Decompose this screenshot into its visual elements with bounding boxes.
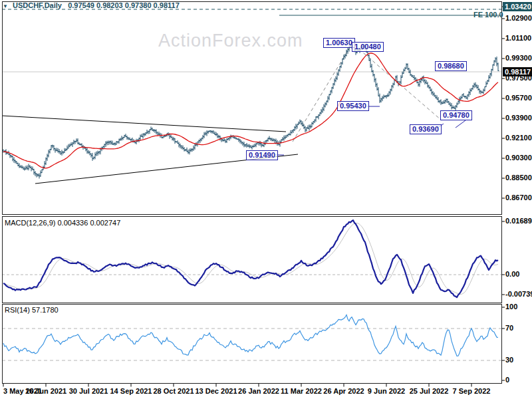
macd-indicator-label: MACD(12,26,9) 0.004336 0.002747 xyxy=(5,219,120,227)
chevron-down-icon[interactable]: ▼ xyxy=(3,3,8,9)
x-axis-label: 28 Oct 2021 xyxy=(153,387,194,395)
fe-projection-label: FE 100.0 xyxy=(473,11,503,19)
price-tag-fe-level: 1.03420 xyxy=(503,2,532,11)
y-axis-label: 1.02900 xyxy=(505,14,532,22)
rsi-indicator-label: RSI(14) 57.1780 xyxy=(5,306,59,314)
x-axis-label: 30 Jul 2021 xyxy=(69,387,108,395)
x-axis-label: 26 Jan 2022 xyxy=(238,387,279,395)
y-axis-label: 1.01100 xyxy=(505,34,531,42)
x-axis-label: 11 Mar 2022 xyxy=(281,387,322,395)
swing-low-label: 0.94780 xyxy=(440,110,472,120)
y-axis-label: 0.95700 xyxy=(505,94,532,102)
macd-axis-label: 0.00 xyxy=(505,270,519,278)
swing-low-label: 0.93690 xyxy=(410,124,442,134)
title-bar: ▼ USDCHF,Daily 0.97549 0.98203 0.97380 0… xyxy=(3,1,180,9)
rsi-axis-label: 30 xyxy=(505,356,513,364)
macd-axis-label: -0.007393 xyxy=(505,290,532,298)
x-axis-label: 13 Dec 2021 xyxy=(196,387,237,395)
y-axis-label: 0.86700 xyxy=(505,194,532,201)
x-axis-label: 26 Apr 2022 xyxy=(323,387,364,395)
chart-window: ActionForex.com ▼ USDCHF,Daily 0.97549 0… xyxy=(0,0,532,399)
y-axis-label: 0.90300 xyxy=(505,154,532,162)
swing-high-label: 1.00480 xyxy=(352,42,384,52)
x-axis-label: 7 Sep 2022 xyxy=(453,387,491,395)
swing-high-label: 1.00630 xyxy=(323,38,355,48)
swing-low-label: 0.91490 xyxy=(246,150,278,160)
y-axis-label: 0.99300 xyxy=(505,54,532,62)
rsi-axis-label: 70 xyxy=(505,324,513,332)
macd-axis-label: 0.016893 xyxy=(505,217,532,225)
ohlc-values-label: 0.97549 0.98203 0.97380 0.98117 xyxy=(68,1,180,9)
rsi-axis-label: 0 xyxy=(505,376,509,384)
symbol-timeframe-label: USDCHF,Daily xyxy=(13,1,62,9)
swing-low-label: 0.95430 xyxy=(337,101,369,111)
x-axis-label: 9 Jun 2022 xyxy=(368,387,405,395)
y-axis-label: 0.97500 xyxy=(505,74,532,82)
rsi-axis-label: 100 xyxy=(505,303,517,311)
x-axis-label: 16 Jun 2021 xyxy=(25,387,66,395)
y-axis-label: 0.88500 xyxy=(505,174,532,182)
chart-canvas xyxy=(0,0,532,399)
x-axis-label: 14 Sep 2021 xyxy=(110,387,152,395)
x-axis-label: 25 Jul 2022 xyxy=(410,387,449,395)
y-axis-label: 0.93900 xyxy=(505,114,532,122)
y-axis-label: 0.92100 xyxy=(505,134,532,142)
swing-high-label: 0.98680 xyxy=(435,61,467,71)
